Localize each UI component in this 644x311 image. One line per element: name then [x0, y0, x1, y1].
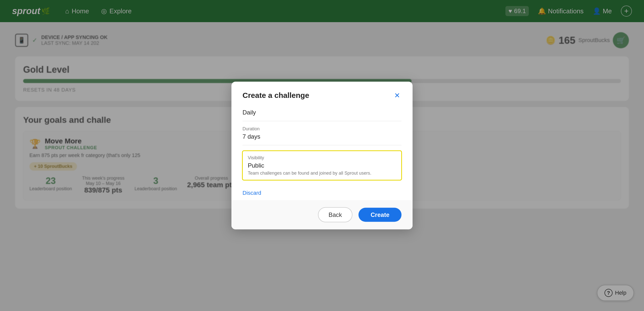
visibility-field-row[interactable]: Visibility Public Team challenges can be…	[243, 145, 401, 186]
create-challenge-modal: Create a challenge ✕ Daily Duration 7 da…	[231, 82, 413, 229]
duration-value: 7 days	[243, 133, 401, 140]
modal-body: Daily Duration 7 days Visibility Public …	[231, 105, 413, 200]
modal-close-button[interactable]: ✕	[392, 91, 401, 100]
duration-label: Duration	[243, 126, 401, 132]
visibility-field-highlight: Visibility Public Team challenges can be…	[242, 150, 402, 181]
visibility-value: Public	[248, 162, 396, 169]
modal-header: Create a challenge ✕	[231, 82, 413, 105]
create-button[interactable]: Create	[358, 208, 401, 222]
duration-field-row[interactable]: Duration 7 days	[243, 121, 401, 145]
discard-link[interactable]: Discard	[243, 186, 401, 200]
visibility-hint: Team challenges can be found and joined …	[248, 171, 396, 176]
back-button[interactable]: Back	[318, 207, 352, 222]
daily-field[interactable]: Daily	[243, 105, 401, 121]
daily-value: Daily	[243, 109, 256, 116]
modal-footer: Back Create	[231, 200, 413, 229]
visibility-label: Visibility	[248, 155, 396, 161]
modal-title: Create a challenge	[243, 91, 309, 100]
